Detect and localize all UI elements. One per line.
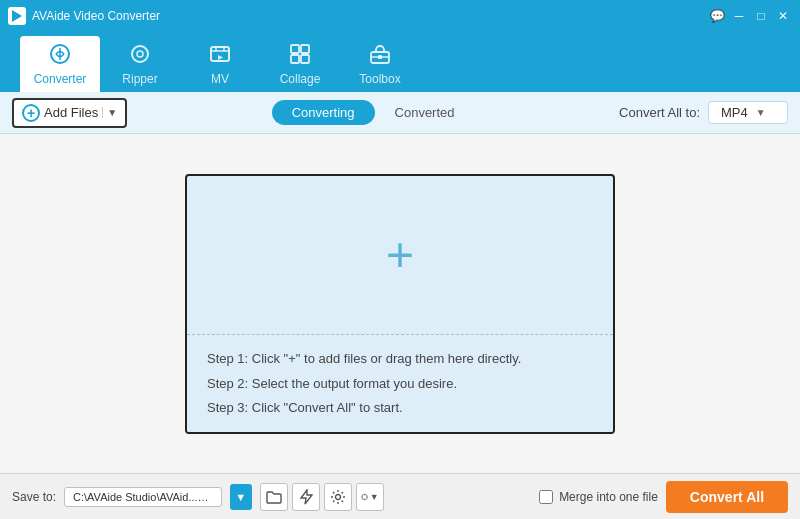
toolbox-icon	[369, 43, 391, 68]
toolbar-tabs: Converting Converted	[135, 100, 611, 125]
merge-label: Merge into one file	[559, 490, 658, 504]
merge-checkbox-input[interactable]	[539, 490, 553, 504]
main-content: + Step 1: Click "+" to add files or drag…	[0, 134, 800, 473]
svg-rect-10	[291, 55, 299, 63]
format-dropdown-icon: ▼	[756, 107, 766, 118]
tab-converted[interactable]: Converted	[375, 100, 475, 125]
maximize-btn[interactable]: □	[752, 7, 770, 25]
nav-item-converter[interactable]: Converter	[20, 36, 100, 92]
tab-converting[interactable]: Converting	[272, 100, 375, 125]
message-btn[interactable]: 💬	[708, 7, 726, 25]
add-files-dropdown-icon[interactable]: ▼	[102, 107, 117, 118]
svg-point-4	[137, 51, 143, 57]
flash-btn[interactable]	[292, 483, 320, 511]
convert-all-button[interactable]: Convert All	[666, 481, 788, 513]
nav-label-toolbox: Toolbox	[359, 72, 400, 86]
nav-label-collage: Collage	[280, 72, 321, 86]
save-to-label: Save to:	[12, 490, 56, 504]
toolbar: + Add Files ▼ Converting Converted Conve…	[0, 92, 800, 134]
drop-zone-top: +	[187, 176, 613, 335]
svg-point-15	[335, 494, 340, 499]
settings-arrow-icon: ▼	[370, 492, 379, 502]
app-icon	[8, 7, 26, 25]
nav-bar: Converter Ripper MV	[0, 32, 800, 92]
settings-btn[interactable]	[324, 483, 352, 511]
bottom-icon-group: ▼	[260, 483, 384, 511]
nav-label-mv: MV	[211, 72, 229, 86]
close-btn[interactable]: ✕	[774, 7, 792, 25]
step-3: Step 3: Click "Convert All" to start.	[207, 398, 593, 418]
toolbar-right: Convert All to: MP4 ▼	[619, 101, 788, 124]
convert-all-to-label: Convert All to:	[619, 105, 700, 120]
add-files-label: Add Files	[44, 105, 98, 120]
plus-circle-icon: +	[22, 104, 40, 122]
bottom-bar: Save to: C:\AVAide Studio\AVAid...eo Con…	[0, 473, 800, 519]
title-bar-controls: 💬 ─ □ ✕	[708, 7, 792, 25]
svg-rect-14	[378, 55, 382, 59]
step-1: Step 1: Click "+" to add files or drag t…	[207, 349, 593, 369]
path-dropdown-btn[interactable]: ▼	[230, 484, 252, 510]
mv-icon	[209, 43, 231, 68]
svg-point-3	[132, 46, 148, 62]
drop-zone-instructions: Step 1: Click "+" to add files or drag t…	[187, 334, 613, 432]
add-files-button[interactable]: + Add Files ▼	[12, 98, 127, 128]
collage-icon	[289, 43, 311, 68]
drop-zone-plus-icon: +	[386, 231, 414, 279]
nav-item-toolbox[interactable]: Toolbox	[340, 36, 420, 92]
save-path-input[interactable]: C:\AVAide Studio\AVAid...eo Converter\Co…	[64, 487, 222, 507]
title-bar: AVAide Video Converter 💬 ─ □ ✕	[0, 0, 800, 32]
step-2: Step 2: Select the output format you des…	[207, 374, 593, 394]
format-select[interactable]: MP4 ▼	[708, 101, 788, 124]
format-value: MP4	[721, 105, 748, 120]
svg-marker-0	[12, 10, 22, 22]
nav-label-ripper: Ripper	[122, 72, 157, 86]
svg-rect-9	[301, 45, 309, 53]
svg-rect-8	[291, 45, 299, 53]
drop-zone[interactable]: + Step 1: Click "+" to add files or drag…	[185, 174, 615, 434]
settings-dropdown-btn[interactable]: ▼	[356, 483, 384, 511]
nav-item-ripper[interactable]: Ripper	[100, 36, 180, 92]
ripper-icon	[129, 43, 151, 68]
nav-label-converter: Converter	[34, 72, 87, 86]
converter-icon	[49, 43, 71, 68]
nav-item-collage[interactable]: Collage	[260, 36, 340, 92]
open-folder-btn[interactable]	[260, 483, 288, 511]
title-bar-left: AVAide Video Converter	[8, 7, 160, 25]
minimize-btn[interactable]: ─	[730, 7, 748, 25]
app-title: AVAide Video Converter	[32, 9, 160, 23]
svg-rect-11	[301, 55, 309, 63]
merge-checkbox[interactable]: Merge into one file	[539, 490, 658, 504]
nav-item-mv[interactable]: MV	[180, 36, 260, 92]
